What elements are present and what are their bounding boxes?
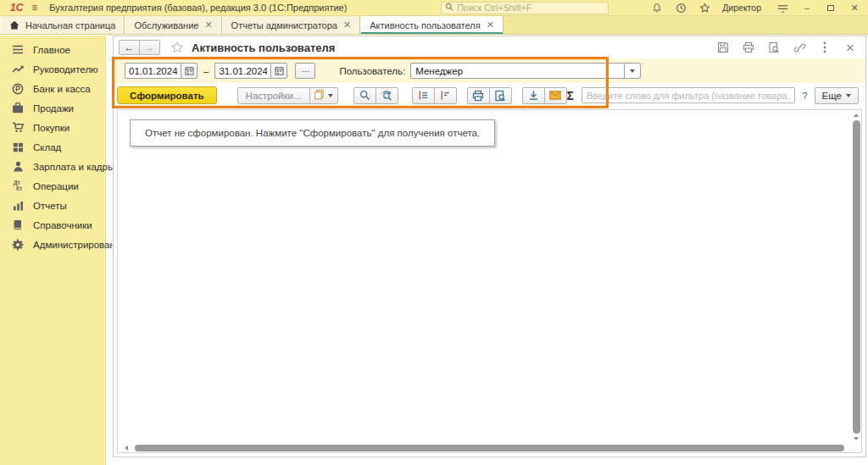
reports-icon [11,199,25,213]
vertical-scrollbar[interactable] [853,112,860,442]
tab-3[interactable]: Активность пользователя✕ [360,16,504,34]
app-logo: 1С [10,2,23,14]
tab-1[interactable]: Обслуживание✕ [125,16,221,34]
tab-close-icon[interactable]: ✕ [204,19,212,30]
print-icon[interactable] [740,40,757,55]
user-field-label: Пользователь: [339,66,405,76]
collapse-groups-icon[interactable] [434,87,457,104]
report-form-panel: ← → Активность пользователя ✕ – [113,36,866,457]
tab-bar: Начальная страницаОбслуживание✕Отчеты ад… [0,16,868,35]
sum-sigma-icon[interactable]: Σ [567,89,574,102]
sidebar-item-catalogs[interactable]: Справочники [0,215,105,235]
user-dropdown-icon[interactable] [624,63,641,79]
main-menu-icon[interactable]: ≡ [31,3,37,13]
warehouse-icon [11,141,25,154]
sidebar-item-label: Зарплата и кадры [33,162,114,172]
report-variants-icon [314,89,325,102]
preview-report-icon[interactable] [489,87,512,104]
period-start-input[interactable] [125,63,181,79]
staff-icon [11,160,25,174]
sidebar-item-menu[interactable]: Главное [0,40,105,59]
horizontal-scrollbar[interactable] [123,445,849,451]
admin-icon [11,238,25,252]
scroll-left-icon[interactable] [125,446,128,451]
sidebar-item-purchases[interactable]: Покупки [0,118,105,137]
history-nav: ← → [119,40,160,55]
sidebar-item-trend[interactable]: Руководителю [0,59,105,79]
scroll-up-icon[interactable] [854,113,859,117]
forward-button[interactable]: → [139,40,160,55]
vertical-scroll-thumb[interactable] [853,120,860,434]
report-variants-button[interactable] [309,87,338,104]
tab-home[interactable]: Начальная страница [0,16,125,34]
tab-close-icon[interactable]: ✕ [343,19,351,30]
generate-report-button[interactable]: Сформировать [117,86,217,104]
tab-2[interactable]: Отчеты администратора✕ [222,16,361,34]
global-search-input[interactable] [457,3,604,13]
sidebar-item-reports[interactable]: Отчеты [0,196,105,215]
search-group [353,87,398,104]
period-separator: – [203,66,209,76]
maximize-icon[interactable] [822,1,839,14]
user-input[interactable] [410,63,624,79]
more-button[interactable]: Еще [815,87,859,104]
print-group [467,87,512,104]
settings-group: Настройки... [237,87,338,104]
sidebar-item-admin[interactable]: Администрирование [0,235,105,254]
tab-label: Отчеты администратора [231,20,337,30]
settings-button[interactable]: Настройки... [237,87,310,104]
more-dropdown-icon [846,94,851,97]
close-form-icon[interactable]: ✕ [842,40,859,55]
find-icon[interactable] [353,87,376,104]
get-link-icon[interactable] [791,40,808,55]
period-end-input[interactable] [214,63,270,79]
cancel-find-icon[interactable] [376,87,398,104]
sidebar-item-bank[interactable]: Банк и касса [0,79,105,98]
minimize-icon[interactable]: – [798,1,815,14]
sidebar-item-label: Банк и касса [33,84,91,94]
home-icon [9,20,19,30]
report-filter-row: – ... Пользователь: [114,58,865,83]
search-icon [445,3,453,13]
favorites-icon[interactable] [695,1,714,14]
period-end-field [214,63,287,79]
notifications-icon[interactable] [648,1,666,14]
app-title: Бухгалтерия предприятия (базовая), редак… [49,3,347,13]
tab-close-icon[interactable]: ✕ [487,19,494,30]
expand-groups-icon[interactable] [412,87,435,104]
sidebar-item-sales[interactable]: Продажи [0,98,105,118]
current-user-name[interactable]: Директор [722,3,761,13]
tab-label: Обслуживание [134,20,198,30]
send-email-icon[interactable] [544,87,567,104]
global-search-box[interactable] [441,2,609,14]
calendar-icon[interactable] [181,63,198,79]
sidebar-item-warehouse[interactable]: Склад [0,137,105,157]
calendar-icon[interactable] [270,63,287,79]
sidebar-item-operations[interactable]: ДтКтОперации [0,176,105,196]
save-icon[interactable] [715,40,732,55]
user-combo-field [410,63,641,79]
sidebar-item-label: Справочники [33,220,92,230]
sections-sidebar: ГлавноеРуководителюБанк и кассаПродажиПо… [0,36,106,465]
add-to-favorites-icon[interactable] [170,41,184,54]
sidebar-item-label: Покупки [33,123,70,133]
sidebar-item-label: Отчеты [33,201,67,211]
print-report-icon[interactable] [467,87,490,104]
print-preview-icon[interactable] [765,40,782,55]
history-icon[interactable] [671,1,690,14]
back-button[interactable]: ← [119,40,140,55]
sidebar-item-staff[interactable]: Зарплата и кадры [0,157,105,176]
scroll-down-icon[interactable] [854,437,859,440]
close-window-icon[interactable]: ✕ [846,1,863,14]
sidebar-item-label: Главное [33,45,70,55]
user-menu-icon[interactable] [773,1,792,14]
period-start-field [125,63,198,79]
choose-period-button[interactable]: ... [295,63,315,79]
more-actions-icon[interactable] [816,40,833,55]
save-file-icon[interactable] [522,87,545,104]
more-button-label: Еще [822,91,842,101]
bank-icon [11,82,25,96]
horizontal-scroll-thumb[interactable] [135,445,844,451]
quick-filter-input[interactable] [581,87,795,103]
help-link[interactable]: ? [802,91,807,101]
